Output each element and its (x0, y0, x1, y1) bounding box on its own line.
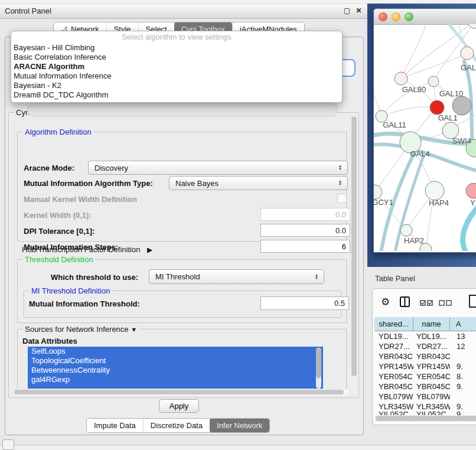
table-panel-title: Table Panel (375, 274, 415, 283)
network-node[interactable] (400, 224, 412, 236)
table-row[interactable]: YDL19... YDL19... 13 (374, 331, 476, 341)
mi-type-combobox[interactable]: Naive Bayes ▲▼ (169, 176, 348, 190)
network-window-titlebar[interactable] (374, 9, 476, 25)
close-window-icon[interactable] (379, 12, 387, 21)
table-cell: YBR045C (374, 381, 413, 392)
dpi-tolerance-field[interactable]: 0.0 (260, 224, 350, 237)
node-label: GAL4 (410, 149, 429, 158)
table-cell: YDL19... (374, 331, 413, 341)
aracne-mode-combobox[interactable]: Discovery ▲▼ (88, 161, 348, 175)
network-node[interactable] (428, 76, 439, 87)
table-cell: YPR145W (374, 361, 413, 371)
node-label: GCY1 (374, 198, 393, 207)
mi-threshold-value: 0.5 (334, 299, 345, 308)
table-row[interactable]: YBR043C YBR043C (374, 351, 476, 361)
kernel-width-value: 0.0 (335, 210, 346, 219)
attribute-item[interactable]: TopologicalCoefficient (28, 356, 323, 366)
algorithm-option[interactable]: Basic Correlation Inference (11, 53, 342, 62)
algorithm-option[interactable]: Bayesian - Hill Climbing (11, 43, 342, 53)
table-row[interactable]: YDR27... YDR27... 12 (374, 341, 476, 351)
settings-hscrollbar-thumb[interactable] (14, 390, 344, 394)
network-canvas[interactable]: GAL GAL80 GAL10 GAL1 GAL11 GAL4 SWI4 GCY… (374, 24, 476, 251)
tab-label: Impute Data (94, 421, 136, 430)
mi-steps-field[interactable]: 6 (260, 240, 350, 253)
columns-icon[interactable] (400, 296, 410, 309)
apply-button[interactable]: Apply (159, 399, 199, 413)
table-cell: YLR345W (413, 402, 450, 412)
obscured-combobox[interactable] (27, 103, 338, 117)
table-cell: YDL19... (413, 331, 450, 341)
attributes-vscrollbar[interactable] (316, 348, 321, 389)
table-row[interactable]: YPR145W YPR145W 9. (374, 361, 476, 371)
table-cell: YBR043C (374, 351, 413, 361)
attributes-vscrollbar-thumb[interactable] (316, 348, 321, 378)
gear-icon[interactable]: ⚙ (381, 296, 390, 308)
sources-title: Sources for Network Inference (25, 325, 129, 334)
algorithm-option-selected[interactable]: ARACNE Algorithm (11, 62, 342, 71)
network-node[interactable] (425, 181, 444, 200)
node-label: GAL11 (383, 120, 406, 129)
collapse-down-icon[interactable]: ▼ (131, 326, 137, 333)
which-threshold-combobox[interactable]: MI Threshold ▲▼ (149, 269, 324, 284)
network-node[interactable] (374, 185, 382, 199)
manual-kernel-label: Manual Kernel Width Definition (24, 195, 137, 204)
dpi-tolerance-label: DPI Tolerance [0,1]: (24, 227, 94, 236)
column-header[interactable]: shared... (374, 317, 413, 331)
table-cell: YLR345W (374, 402, 413, 412)
hub-definition-expander[interactable]: Hub/Transcription Factor Definition ▶ (22, 245, 152, 254)
tab-impute-data[interactable]: Impute Data (87, 419, 143, 432)
table-panel: ⚙ shared... name A (372, 288, 476, 425)
network-node[interactable] (461, 47, 474, 60)
tab-infer-network[interactable]: Infer Network (210, 419, 269, 432)
table-hscrollbar-thumb[interactable] (376, 416, 476, 421)
table-cell: YBR043C (413, 351, 450, 361)
close-panel-icon[interactable]: ✕ (354, 6, 363, 15)
aracne-mode-value: Discovery (89, 164, 335, 172)
mi-type-value: Naive Bayes (169, 179, 335, 188)
zoom-window-icon[interactable] (405, 12, 413, 21)
minimize-window-icon[interactable] (392, 12, 400, 21)
table-row[interactable]: YBL079W YBL079W (374, 392, 476, 402)
network-node[interactable] (395, 72, 407, 85)
threshold-definition-group: Threshold Definition Which threshold to … (17, 259, 347, 323)
table-cell: 9. (450, 381, 476, 392)
settings-hscrollbar[interactable] (12, 389, 350, 396)
panel-corner-button[interactable] (2, 439, 14, 450)
algorithm-option[interactable]: Dream8 DC_TDC Algorithm (11, 90, 342, 100)
table-hscrollbar[interactable] (374, 415, 476, 422)
node-label: GAL80 (402, 85, 426, 94)
stepper-arrows-icon: ▲▼ (312, 274, 324, 280)
column-header[interactable]: name (413, 317, 450, 331)
deselect-all-checkboxes-icon[interactable] (439, 299, 452, 308)
algorithm-option[interactable]: Bayesian - K2 (11, 81, 342, 90)
network-node-red[interactable] (430, 100, 444, 115)
table-row[interactable]: YER054C YER054C 8. (374, 371, 476, 381)
table-cell (450, 392, 476, 402)
mi-threshold-field[interactable]: 0.5 (260, 296, 349, 310)
table-cell: YDR27... (413, 341, 450, 351)
kernel-width-field[interactable]: 0.0 (260, 208, 350, 221)
settings-vscrollbar[interactable] (351, 115, 357, 394)
column-header[interactable]: A (450, 317, 476, 331)
manual-kernel-checkbox[interactable] (337, 194, 347, 203)
select-all-checkboxes-icon[interactable] (420, 299, 433, 308)
float-window-icon[interactable]: ▢ (343, 6, 351, 15)
network-node[interactable] (466, 183, 476, 198)
attribute-item[interactable]: SelfLoops (28, 347, 323, 356)
algorithm-option[interactable]: Mutual Information Inference (11, 71, 342, 81)
tab-discretize-data[interactable]: Discretize Data (143, 419, 210, 432)
control-panel-titlebar: Control Panel ▢ ✕ (0, 4, 367, 19)
settings-vscrollbar-thumb[interactable] (351, 116, 357, 376)
hub-definition-label: Hub/Transcription Factor Definition (22, 245, 140, 254)
attribute-item[interactable]: gal4RGexp (28, 375, 323, 384)
table-row[interactable]: YBR045C YBR045C 9. (374, 381, 476, 392)
network-window[interactable]: GAL GAL80 GAL10 GAL1 GAL11 GAL4 SWI4 GCY… (373, 8, 476, 253)
document-icon[interactable] (468, 295, 476, 309)
attribute-item[interactable]: BetweennessCentrality (28, 366, 323, 375)
status-strip (0, 445, 476, 450)
algorithm-popup-placeholder: Select algorithm to view settings (11, 31, 342, 43)
table-row[interactable]: YLR345W YLR345W 9. (374, 402, 476, 412)
network-node[interactable] (468, 24, 476, 28)
stepper-arrows-icon: ▲▼ (335, 165, 347, 171)
network-node[interactable] (452, 96, 471, 115)
